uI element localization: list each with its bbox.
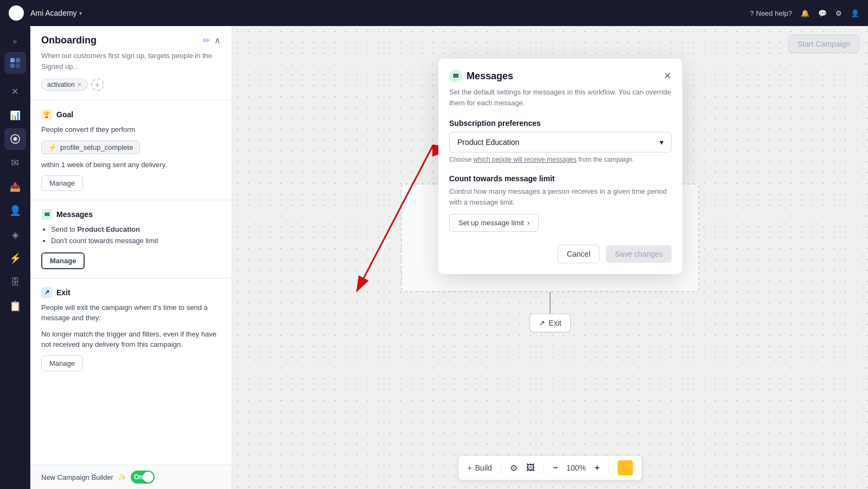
svg-rect-3 [16,63,20,68]
helper-link[interactable]: which people will receive messages [474,156,577,163]
build-label: Build [475,463,492,472]
goal-within-text: within 1 week of being sent any delivery… [41,160,221,170]
exit-node[interactable]: ↗ Exit [529,314,570,332]
app-logo [9,5,24,21]
panel-header: Onboarding ✏ ∧ [30,26,232,50]
sidebar-item-data[interactable]: 🗄 [4,271,26,293]
build-plus-icon: + [468,463,472,472]
toolbar-divider-2 [544,462,544,473]
help-icon: ? [750,9,754,17]
sidebar-item-campaigns[interactable] [4,128,26,150]
add-tag-button[interactable]: + [91,78,104,91]
image-icon: 🖼 [526,463,535,473]
sidebar-item-analytics[interactable]: 📊 [4,104,26,126]
exit-node-icon: ↗ [539,319,545,327]
chevron-down-icon[interactable]: ▾ [79,10,82,16]
help-link[interactable]: ? Need help? [750,9,792,17]
exit-desc2: No longer match the trigger and filters,… [41,329,221,350]
tag-label: activation [47,81,75,88]
edit-icon[interactable]: ✏ [203,35,210,46]
setup-limit-label: Set up message limit [458,219,524,227]
sidebar-item-messages[interactable]: ✉ [4,152,26,174]
zoom-out-tool[interactable]: − [553,463,558,473]
app-title: Ami Academy ▾ [30,9,82,17]
sidebar-item-reports[interactable]: 📋 [4,295,26,317]
sparkle-icon: ✨ [118,473,126,481]
exit-manage-button[interactable]: Manage [41,355,83,371]
subscription-select[interactable]: Product Education ▾ [449,132,672,153]
user-icon[interactable]: 👤 [851,9,859,17]
modal-header: ✉ Messages ✕ [449,69,672,82]
exit-section-title: ↗ Exit [41,287,221,298]
panel-collapse-button[interactable]: ∧ [214,35,221,46]
start-campaign-button[interactable]: Start Campaign [788,35,859,53]
toggle-label: On [134,473,143,481]
tag-row: activation ✕ + [30,78,232,100]
panel-description: When our customers first sign up, target… [30,50,232,78]
modal-actions: Cancel Save changes [449,245,672,263]
panel-section-messages: ✉ Messages Send to Product Education Don… [30,200,232,278]
notifications-icon[interactable]: 🔔 [801,9,809,17]
chevron-right-icon: › [527,219,529,227]
sidebar-item-close[interactable]: ✕ [4,80,26,102]
sidebar-item-inbox[interactable]: 📥 [4,176,26,198]
save-changes-button[interactable]: Save changes [606,245,672,263]
messages-bullet-2: Don't count towards message limit [51,236,221,247]
messages-manage-button[interactable]: Manage [41,252,85,269]
messages-bullet-list: Send to Product Education Don't count to… [41,224,221,247]
subscription-helper: Choose which people will receive message… [449,156,672,163]
goal-section-title: 🏆 Goal [41,109,221,120]
panel-sidebar: Onboarding ✏ ∧ When our customers first … [30,26,232,489]
subscription-value: Product Education [457,138,519,147]
zoom-level: 100% [566,463,586,472]
modal-title-icon: ✉ [449,69,462,82]
new-campaign-label: New Campaign Builder [41,473,113,481]
sidebar-item-users[interactable]: 👤 [4,200,26,221]
toggle-knob [143,472,154,482]
connector-line [550,292,551,314]
build-tool[interactable]: + Build [468,463,492,472]
modal-close-button[interactable]: ✕ [663,71,672,81]
exit-desc1: People will exit the campaign when it's … [41,302,221,323]
main-layout: » ✕ 📊 ✉ 📥 👤 ◈ ⚡ 🗄 📋 Onboard [0,26,868,489]
image-tool[interactable]: 🖼 [526,463,535,473]
tune-tool[interactable]: ⚙ [510,463,518,473]
event-icon: ⚡ [48,143,57,151]
bottom-toolbar: + Build ⚙ 🖼 − 100% + [458,455,642,480]
zoom-in-tool[interactable]: + [595,463,599,473]
goal-icon: 🏆 [41,109,52,120]
exit-node-label: Exit [548,319,561,327]
toolbar-divider-1 [501,462,501,473]
expand-sidebar-button[interactable]: » [9,33,22,50]
messages-bullet-1: Send to Product Education [51,224,221,236]
messages-icon: ✉ [41,209,52,220]
top-nav-right: ? Need help? 🔔 💬 ⚙ 👤 [750,9,859,17]
settings-icon[interactable]: ⚙ [835,9,842,17]
top-nav: Ami Academy ▾ ? Need help? 🔔 💬 ⚙ 👤 [0,0,868,26]
svg-rect-2 [10,63,15,68]
cancel-button[interactable]: Cancel [558,245,600,263]
event-label: profile_setup_complete [60,143,133,151]
tag-remove-button[interactable]: ✕ [77,81,82,88]
setup-limit-button[interactable]: Set up message limit › [449,214,539,232]
new-campaign-bar: New Campaign Builder ✨ On [30,465,232,489]
exit-icon: ↗ [41,287,52,298]
color-swatch[interactable] [617,460,633,475]
new-campaign-toggle[interactable]: On [131,471,155,484]
canvas-area: Start Campaign + + Build your workflow h… [232,26,868,489]
sidebar-item-pulse[interactable]: ⚡ [4,247,26,269]
sidebar-item-segments[interactable]: ◈ [4,224,26,245]
toolbar-divider-3 [608,462,609,473]
goal-event-badge: ⚡ profile_setup_complete [41,141,140,154]
panel-section-exit: ↗ Exit People will exit the campaign whe… [30,278,232,380]
modal-subtitle: Set the default settings for messages in… [449,87,672,108]
panel-title: Onboarding [41,35,97,46]
modal-title: ✉ Messages [449,69,513,82]
chat-icon[interactable]: 💬 [818,9,827,17]
subscription-label: Subscription preferences [449,119,672,128]
goal-manage-button[interactable]: Manage [41,175,83,191]
tag-activation: activation ✕ [41,79,88,91]
dropdown-icon: ▾ [660,138,663,147]
count-description: Control how many messages a person recei… [449,186,672,207]
sidebar-item-logo[interactable] [4,52,26,74]
